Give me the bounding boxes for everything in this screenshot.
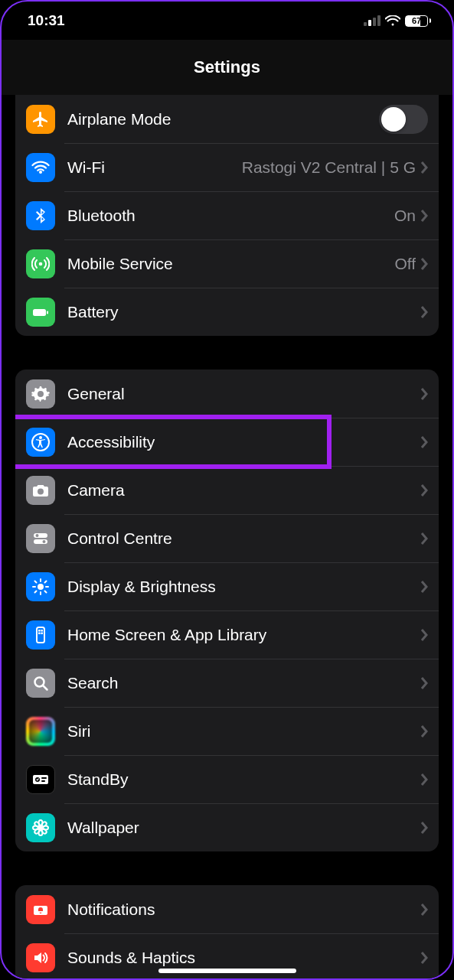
chevron-right-icon xyxy=(420,532,428,545)
camera-icon xyxy=(26,476,55,505)
svg-rect-6 xyxy=(47,311,48,314)
general-icon xyxy=(26,379,55,409)
settings-group: NotificationsSounds & Haptics xyxy=(15,885,439,978)
svg-point-12 xyxy=(43,540,46,543)
settings-row-standby[interactable]: StandBy xyxy=(15,755,439,803)
chevron-right-icon xyxy=(420,581,428,593)
settings-list[interactable]: Airplane ModeWi-FiRastogi V2 Central | 5… xyxy=(2,95,452,978)
chevron-right-icon xyxy=(420,306,428,318)
accessibility-icon xyxy=(26,428,55,457)
svg-point-10 xyxy=(36,534,39,537)
battery-indicator: 67 xyxy=(405,15,431,27)
settings-group: Airplane ModeWi-FiRastogi V2 Central | 5… xyxy=(15,95,439,336)
airplane-toggle[interactable] xyxy=(379,105,428,134)
svg-rect-16 xyxy=(41,630,43,632)
settings-row-home[interactable]: Home Screen & App Library xyxy=(15,610,439,659)
settings-group: GeneralAccessibilityCameraControl Centre… xyxy=(15,370,439,851)
row-label: Control Centre xyxy=(67,529,420,548)
cellular-icon xyxy=(364,15,381,26)
settings-row-bluetooth[interactable]: BluetoothOn xyxy=(15,191,439,239)
standby-icon xyxy=(26,765,55,794)
chevron-right-icon xyxy=(420,822,428,834)
battery-icon xyxy=(26,298,55,327)
row-label: Mobile Service xyxy=(67,255,394,273)
svg-rect-1 xyxy=(368,20,371,26)
page-title: Settings xyxy=(2,40,452,95)
chevron-right-icon xyxy=(420,161,428,174)
row-label: Camera xyxy=(67,481,420,500)
status-time: 10:31 xyxy=(28,12,65,29)
wallpaper-icon xyxy=(26,813,55,842)
svg-point-8 xyxy=(39,436,42,439)
settings-row-camera[interactable]: Camera xyxy=(15,466,439,514)
svg-rect-0 xyxy=(364,22,367,26)
row-label: Accessibility xyxy=(67,433,420,451)
svg-rect-18 xyxy=(41,632,43,634)
wifi-status-icon xyxy=(385,15,400,26)
settings-row-notifications[interactable]: Notifications xyxy=(15,885,439,933)
row-value: Off xyxy=(394,255,416,273)
airplane-icon xyxy=(26,105,55,134)
row-label: Notifications xyxy=(67,900,420,919)
chevron-right-icon xyxy=(420,725,428,737)
search-icon xyxy=(26,669,55,698)
settings-row-wallpaper[interactable]: Wallpaper xyxy=(15,803,439,851)
svg-rect-15 xyxy=(38,630,41,632)
settings-row-battery[interactable]: Battery xyxy=(15,288,439,336)
settings-row-search[interactable]: Search xyxy=(15,659,439,707)
row-label: Battery xyxy=(67,303,420,321)
chevron-right-icon xyxy=(420,388,428,400)
settings-row-wifi[interactable]: Wi-FiRastogi V2 Central | 5 G xyxy=(15,143,439,191)
svg-rect-17 xyxy=(38,632,41,634)
settings-row-general[interactable]: General xyxy=(15,370,439,418)
row-label: Wi-Fi xyxy=(67,158,242,177)
svg-rect-2 xyxy=(373,18,376,26)
bluetooth-icon xyxy=(26,201,55,230)
row-label: Sounds & Haptics xyxy=(67,949,420,967)
row-label: Search xyxy=(67,674,420,692)
chevron-right-icon xyxy=(420,773,428,786)
chevron-right-icon xyxy=(420,952,428,964)
svg-point-13 xyxy=(38,584,44,590)
row-label: Display & Brightness xyxy=(67,578,420,596)
settings-row-airplane[interactable]: Airplane Mode xyxy=(15,95,439,143)
settings-row-display[interactable]: Display & Brightness xyxy=(15,562,439,610)
mobile-icon xyxy=(26,249,55,278)
status-bar: 10:31 67 xyxy=(2,2,452,40)
svg-rect-22 xyxy=(41,777,47,779)
chevron-right-icon xyxy=(420,903,428,916)
svg-rect-23 xyxy=(41,780,45,782)
chevron-right-icon xyxy=(420,677,428,689)
svg-rect-3 xyxy=(377,15,381,26)
svg-rect-14 xyxy=(37,627,44,643)
chevron-right-icon xyxy=(420,629,428,641)
svg-point-4 xyxy=(39,262,43,265)
wifi-icon xyxy=(26,153,55,182)
home-icon xyxy=(26,620,55,650)
row-label: StandBy xyxy=(67,770,420,789)
chevron-right-icon xyxy=(420,436,428,448)
battery-percent: 67 xyxy=(412,16,421,25)
status-right: 67 xyxy=(364,15,431,27)
svg-rect-5 xyxy=(33,309,46,316)
control-icon xyxy=(26,524,55,553)
row-label: General xyxy=(67,385,420,403)
row-label: Siri xyxy=(67,722,420,741)
display-icon xyxy=(26,572,55,601)
siri-icon xyxy=(26,717,55,746)
settings-row-mobile[interactable]: Mobile ServiceOff xyxy=(15,239,439,288)
notifications-icon xyxy=(26,895,55,924)
chevron-right-icon xyxy=(420,484,428,497)
row-label: Airplane Mode xyxy=(67,110,379,129)
settings-row-accessibility[interactable]: Accessibility xyxy=(15,418,439,466)
row-value: Rastogi V2 Central | 5 G xyxy=(242,158,416,177)
row-label: Wallpaper xyxy=(67,819,420,837)
row-label: Bluetooth xyxy=(67,207,394,225)
chevron-right-icon xyxy=(420,258,428,270)
settings-row-control[interactable]: Control Centre xyxy=(15,514,439,562)
settings-row-siri[interactable]: Siri xyxy=(15,707,439,755)
row-label: Home Screen & App Library xyxy=(67,626,420,644)
row-value: On xyxy=(394,207,416,225)
chevron-right-icon xyxy=(420,210,428,222)
home-indicator[interactable] xyxy=(158,969,296,973)
